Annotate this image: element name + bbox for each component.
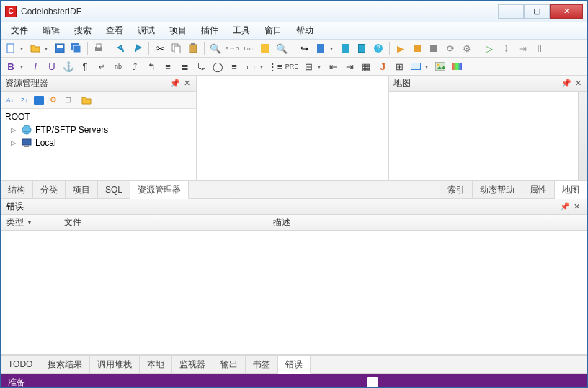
back-icon[interactable]: ↰ <box>144 59 159 74</box>
find-icon[interactable]: 🔍 <box>208 41 223 56</box>
find-text-icon[interactable] <box>258 41 272 56</box>
tab-search-results[interactable]: 搜索结果 <box>40 356 90 373</box>
col-file[interactable]: 文件 <box>58 215 267 230</box>
menu-search[interactable]: 搜索 <box>67 22 99 39</box>
sort-az-icon[interactable]: A↓ <box>4 94 17 107</box>
comment-icon[interactable]: 🗨 <box>194 59 208 74</box>
open-dropdown[interactable]: ▾ <box>45 45 50 52</box>
form-icon[interactable] <box>409 59 423 74</box>
indent-icon[interactable]: ⇤ <box>326 59 340 74</box>
tab-explorer[interactable]: 资源管理器 <box>130 181 189 199</box>
copy-icon[interactable] <box>169 41 184 56</box>
tab-properties[interactable]: 属性 <box>522 181 555 198</box>
replace-icon[interactable]: a→b <box>225 41 239 56</box>
justify-icon[interactable]: ≡ <box>227 59 241 74</box>
menu-edit[interactable]: 编辑 <box>35 22 67 39</box>
col-desc[interactable]: 描述 <box>267 215 587 230</box>
tab-project[interactable]: 项目 <box>66 181 98 198</box>
help-icon[interactable]: ? <box>371 41 386 56</box>
rect-icon[interactable]: ▭ <box>244 59 258 74</box>
underline-icon[interactable]: U <box>45 59 59 74</box>
rect-dropdown[interactable]: ▾ <box>260 63 266 70</box>
refresh-icon[interactable]: ⟳ <box>443 41 458 56</box>
tab-todo[interactable]: TODO <box>1 356 40 373</box>
insert-icon[interactable]: ⊞ <box>392 59 406 74</box>
step-over-icon[interactable]: ⤵ <box>499 41 513 56</box>
menu-project[interactable]: 项目 <box>162 22 194 39</box>
step-into-icon[interactable]: ⇥ <box>515 41 530 56</box>
redo-icon[interactable] <box>130 41 145 56</box>
menu-plugins[interactable]: 插件 <box>194 22 226 39</box>
pin-icon[interactable]: 📌 <box>170 79 180 89</box>
tree-item-ftp[interactable]: ▷ FTP/SFTP Servers <box>4 123 193 136</box>
tab-index[interactable]: 索引 <box>440 181 473 198</box>
maximize-button[interactable]: ▢ <box>524 4 550 19</box>
tab-watch[interactable]: 监视器 <box>172 356 213 373</box>
block-icon[interactable]: ◯ <box>210 59 225 74</box>
debug-run-icon[interactable]: ▷ <box>482 41 496 56</box>
j-icon[interactable]: J <box>375 59 390 74</box>
tree-root[interactable]: ROOT <box>4 110 193 123</box>
align-center-icon[interactable]: ≣ <box>177 59 192 74</box>
tab-dynamic-help[interactable]: 动态帮助 <box>473 181 522 198</box>
menu-tools[interactable]: 工具 <box>226 22 257 39</box>
open-folder-icon[interactable] <box>28 41 43 56</box>
expand-icon[interactable]: ▷ <box>11 126 18 133</box>
menu-window[interactable]: 窗口 <box>257 22 289 39</box>
italic-icon[interactable]: I <box>28 59 43 74</box>
debug-stop-icon[interactable] <box>427 41 441 56</box>
paste-icon[interactable] <box>186 41 200 56</box>
pre-icon[interactable]: PRE <box>285 59 299 74</box>
highlight-icon[interactable]: 🔍 <box>275 41 289 56</box>
collapse-icon[interactable]: ⊟ <box>61 94 74 107</box>
form-dropdown[interactable]: ▾ <box>425 63 431 70</box>
ol-dropdown[interactable]: ▾ <box>318 63 324 70</box>
close-button[interactable]: ✕ <box>550 4 583 19</box>
pause-icon[interactable]: ⏸ <box>532 41 546 56</box>
sort-za-icon[interactable]: Z↓ <box>18 94 31 107</box>
anchor-icon[interactable]: ⚓ <box>61 59 76 74</box>
new-file-icon[interactable] <box>4 41 18 56</box>
cut-icon[interactable]: ✂ <box>153 41 167 56</box>
save-icon[interactable] <box>53 41 67 56</box>
undo-icon[interactable] <box>114 41 128 56</box>
ol-icon[interactable]: ⊟ <box>301 59 316 74</box>
save-all-icon[interactable] <box>69 41 84 56</box>
panel-close-icon[interactable]: ✕ <box>182 79 192 89</box>
bold-icon[interactable]: B <box>4 59 18 74</box>
menu-debug[interactable]: 调试 <box>130 22 162 39</box>
tab-call-stack[interactable]: 调用堆栈 <box>90 356 140 373</box>
settings-icon[interactable]: ⚙ <box>460 41 474 56</box>
bold-dropdown[interactable]: ▾ <box>20 63 26 70</box>
folder-tree-icon[interactable] <box>80 94 93 107</box>
run-icon[interactable]: ▶ <box>393 41 408 56</box>
align-left-icon[interactable]: ≡ <box>161 59 175 74</box>
image-icon[interactable] <box>433 59 447 74</box>
next-bookmark-icon[interactable] <box>355 41 369 56</box>
br-icon[interactable]: ↵ <box>94 59 109 74</box>
gear-icon[interactable]: ⚙ <box>47 94 60 107</box>
print-icon[interactable] <box>92 41 106 56</box>
outdent-icon[interactable]: ⇥ <box>342 59 357 74</box>
minimize-button[interactable]: ─ <box>498 4 524 19</box>
tab-structure[interactable]: 结构 <box>1 181 33 198</box>
bookmark-dropdown[interactable]: ▾ <box>330 45 336 52</box>
stop-icon[interactable] <box>410 41 424 56</box>
tab-map[interactable]: 地图 <box>555 181 587 199</box>
tab-sql[interactable]: SQL <box>98 181 130 198</box>
table-icon[interactable]: ▦ <box>359 59 373 74</box>
list-icon[interactable]: ⋮≡ <box>268 59 282 74</box>
panel-close-icon[interactable]: ✕ <box>573 79 583 89</box>
find-in-files-icon[interactable]: Loc <box>241 41 256 56</box>
tree-item-local[interactable]: ▷ Local <box>4 136 193 149</box>
paragraph-icon[interactable]: ¶ <box>78 59 92 74</box>
menu-view[interactable]: 查看 <box>99 22 130 39</box>
hr-icon[interactable]: ⤴ <box>128 59 142 74</box>
expand-icon[interactable]: ▷ <box>11 139 18 146</box>
tab-bookmarks[interactable]: 书签 <box>246 356 278 373</box>
tab-errors[interactable]: 错误 <box>278 356 311 374</box>
pin-icon[interactable]: 📌 <box>560 202 570 212</box>
color-icon[interactable] <box>450 59 464 74</box>
pin-icon[interactable]: 📌 <box>561 79 571 89</box>
menu-help[interactable]: 帮助 <box>289 22 321 39</box>
